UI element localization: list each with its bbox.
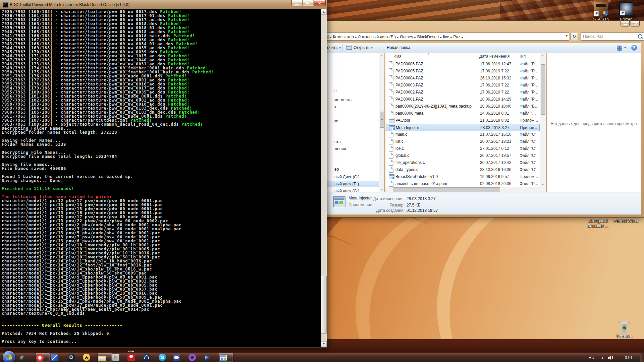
scroll-down-icon[interactable]: ▼ bbox=[540, 182, 545, 187]
file-row[interactable]: pad00000[2019-06-23][1093].meta.backup20… bbox=[386, 103, 540, 110]
file-row[interactable]: PAD00004.PAZ26.10.2018 15:32Файл "PAZ" bbox=[386, 75, 540, 82]
file-row[interactable]: data_types.c23.10.2016 16:06Файл "C" bbox=[386, 166, 540, 173]
column-header-date[interactable]: Дата изменения bbox=[479, 54, 509, 59]
explorer-maximize-button[interactable] bbox=[631, 21, 640, 26]
language-indicator[interactable]: RU bbox=[589, 355, 594, 360]
scroll-up-icon[interactable]: ▲ bbox=[379, 53, 384, 58]
taskbar-button-windows-explorer[interactable] bbox=[97, 353, 112, 362]
console-close-button[interactable]: × bbox=[314, 0, 326, 6]
uac-shield-icon bbox=[603, 11, 608, 16]
new-folder-button[interactable]: Новая папка bbox=[387, 45, 410, 50]
breadcrumb-item[interactable]: BlackDesert bbox=[416, 34, 440, 40]
help-icon[interactable]: ? bbox=[631, 45, 637, 51]
breadcrumb-item[interactable]: Локальный диск (E:) bbox=[357, 34, 397, 40]
explorer-minimize-button[interactable] bbox=[621, 21, 630, 26]
nav-item[interactable]: ме места bbox=[334, 98, 352, 102]
tray-expand-icon[interactable]: ▲ bbox=[601, 356, 604, 359]
file-row[interactable]: PAD00006.PAZ17.06.2019 12:47Файл "PAZ" bbox=[386, 61, 540, 68]
address-bar[interactable]: ▸Компьютер▸Локальный диск (E:)▸Games▸Bla… bbox=[322, 33, 569, 41]
gta-san-icon: ↗ bbox=[594, 2, 608, 16]
address-dropdown-icon[interactable]: ▼ bbox=[565, 34, 568, 38]
taskbar-button-steam[interactable] bbox=[67, 353, 82, 362]
console-scrollbar[interactable]: ▲ ▼ bbox=[321, 9, 327, 347]
desktop-icon-frozen[interactable]: ↗ Frozen bbox=[613, 2, 639, 22]
show-desktop-button[interactable] bbox=[640, 353, 644, 362]
taskbar-button-mpc-be[interactable] bbox=[204, 353, 218, 362]
desktop-icon-label-perfect-world[interactable]: Perfect World bbox=[611, 219, 641, 224]
taskbar-button-console-window[interactable] bbox=[219, 353, 233, 362]
breadcrumb-item[interactable]: Paz bbox=[452, 34, 462, 40]
taskbar-button-purple-app[interactable] bbox=[188, 353, 203, 362]
console-scroll-thumb[interactable] bbox=[321, 276, 327, 333]
taskbar-button-discord[interactable] bbox=[172, 353, 187, 362]
nav-item[interactable]: ки bbox=[334, 118, 338, 123]
file-row[interactable]: list.c20.07.2017 18:21Файл "C" bbox=[386, 138, 540, 145]
taskbar-button-opera[interactable] bbox=[35, 353, 50, 362]
file-name: PAD00006.PAZ bbox=[395, 62, 476, 66]
column-header-type[interactable]: Тип bbox=[519, 54, 526, 59]
change-view-button[interactable]: ▼ bbox=[616, 45, 626, 51]
desktop-icon-recycle-bin[interactable]: ♻ Корзина bbox=[611, 321, 637, 339]
console-title-bar[interactable]: BDO Toolkit Powered Meta Injector for Bl… bbox=[0, 0, 327, 9]
horizontal-scrollbar[interactable] bbox=[385, 187, 540, 192]
nav-item[interactable]: е bbox=[334, 88, 337, 93]
breadcrumb-item[interactable]: Games bbox=[399, 34, 415, 40]
breadcrumb-item[interactable]: live bbox=[442, 34, 450, 40]
file-row[interactable]: ancient_cam_base_01a.pam02.08.2018 20:06… bbox=[386, 180, 540, 187]
file-name: list.c bbox=[395, 139, 476, 144]
column-header-name[interactable]: Имя bbox=[393, 54, 401, 59]
details-pane: Meta Injector Приложение Дата изменения:… bbox=[318, 192, 641, 215]
nav-item[interactable]: ный Диск (C:) bbox=[334, 175, 360, 179]
file-row[interactable]: PAD00002.PAZ17.06.2019 7:22Файл "PAZ" bbox=[386, 89, 540, 96]
scroll-down-icon[interactable]: ▼ bbox=[321, 341, 327, 347]
scroll-down-icon[interactable]: ▼ bbox=[379, 188, 384, 192]
refresh-button[interactable]: ↻ bbox=[571, 33, 578, 40]
file-row[interactable]: global.c20.07.2017 19:57Файл "C" bbox=[386, 152, 540, 159]
nav-item[interactable]: к bbox=[334, 105, 336, 109]
nav-item[interactable]: ный диск (E:) bbox=[334, 182, 359, 186]
taskbar-button-zynga[interactable] bbox=[127, 353, 142, 362]
v-scroll-thumb[interactable] bbox=[541, 64, 545, 115]
nav-item[interactable]: жения bbox=[334, 146, 346, 151]
taskbar-clock[interactable]: 0:01 bbox=[625, 355, 633, 360]
console-minimize-button[interactable] bbox=[291, 0, 302, 6]
file-name: pad00000[2019-06-23][1093].meta.backup bbox=[395, 104, 476, 109]
desktop-icon-gta-san[interactable]: ↗ GTA San bbox=[588, 2, 614, 22]
file-type: Файл "C" bbox=[520, 167, 539, 172]
nav-scroll-thumb[interactable] bbox=[380, 112, 384, 128]
h-scroll-thumb[interactable] bbox=[393, 187, 500, 192]
open-menu-button[interactable]: Открыть ▼ bbox=[354, 45, 373, 50]
nav-item[interactable]: нты bbox=[334, 139, 341, 144]
file-name: PACtool bbox=[395, 118, 476, 123]
volume-icon[interactable]: ) bbox=[608, 356, 613, 360]
file-row[interactable]: PAD00005.PAZ17.06.2019 7:22Файл "PAZ" bbox=[386, 68, 540, 75]
search-box[interactable]: Поиск: Paz bbox=[581, 33, 644, 41]
file-row[interactable]: main.c21.07.2017 16:10Файл "C" bbox=[386, 131, 540, 138]
taskbar-button-raidcall[interactable] bbox=[142, 353, 157, 362]
taskbar-button-blue-app[interactable] bbox=[50, 353, 65, 362]
console-maximize-button[interactable] bbox=[303, 0, 313, 6]
taskbar-button-internet-explorer[interactable] bbox=[20, 353, 35, 362]
file-row[interactable]: file_operations.c20.07.2017 19:42Файл "C… bbox=[386, 159, 540, 166]
scroll-up-icon[interactable]: ▲ bbox=[540, 53, 545, 58]
desktop-icon-label-stronghold[interactable]: Stronghold Crusader ... bbox=[582, 219, 613, 229]
file-icon bbox=[389, 167, 393, 173]
file-row[interactable]: PAD00003.PAZ17.06.2019 7:22Файл "PAZ" bbox=[386, 82, 540, 89]
nav-item[interactable]: ер bbox=[334, 167, 339, 172]
taskbar-button-aimp[interactable] bbox=[82, 353, 97, 362]
file-row[interactable]: ice.c27.01.2017 0:12Файл "C" bbox=[386, 145, 540, 152]
taskbar-button-media-player-classic[interactable] bbox=[111, 353, 126, 362]
scroll-up-icon[interactable]: ▲ bbox=[321, 9, 327, 15]
taskbar-button-skype[interactable] bbox=[158, 353, 173, 362]
nav-scrollbar[interactable]: ▲ ▼ bbox=[379, 53, 384, 192]
file-row[interactable]: BreastSizePatcher-v1.019.06.2016 9:57При… bbox=[386, 173, 540, 180]
start-button[interactable] bbox=[3, 351, 15, 362]
file-row[interactable]: PACtool21.01.2019 8:02Приложение bbox=[386, 117, 540, 124]
search-input[interactable]: Поиск: Paz bbox=[583, 34, 603, 39]
console-line: File Names saved: 450086 bbox=[2, 167, 214, 171]
file-row[interactable]: PAD00001.PAZ18.06.2019 14:29Файл "PAZ" bbox=[386, 96, 540, 103]
file-row[interactable]: Meta Injector28.03.2018 3:27Приложение bbox=[386, 124, 540, 131]
file-list-scrollbar[interactable]: ▲ ▼ bbox=[540, 53, 546, 192]
breadcrumb-item[interactable]: Компьютер bbox=[332, 34, 355, 40]
file-row[interactable]: pad00000.meta24.06.2019 0:01Файл "META" bbox=[386, 110, 540, 117]
